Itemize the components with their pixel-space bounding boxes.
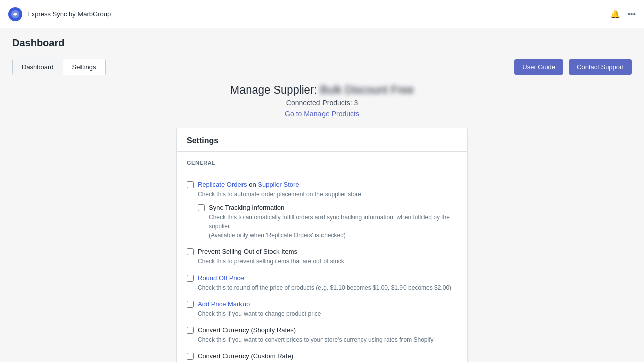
general-section-label: GENERAL xyxy=(187,160,457,166)
top-bar: Express Sync by MarbGroup 🔔 ••• xyxy=(0,0,644,28)
user-guide-button[interactable]: User Guide xyxy=(514,59,564,75)
convert-shopify-text: Convert Currency (Shopify Rates) xyxy=(198,326,296,334)
add-price-markup-desc: Check this if you want to change product… xyxy=(198,309,457,318)
more-options-icon[interactable]: ••• xyxy=(627,10,636,19)
replicate-orders-desc: Check this to automate order placement o… xyxy=(198,190,457,199)
tab-dashboard[interactable]: Dashboard xyxy=(13,59,63,75)
add-price-markup-checkbox[interactable] xyxy=(187,301,194,308)
convert-currency-shopify-checkbox[interactable] xyxy=(187,327,194,334)
main-content: Manage Supplier: Bulk Discount Free Conn… xyxy=(0,83,644,362)
convert-custom-text: Convert Currency (Custom Rate) xyxy=(198,352,293,360)
replicate-orders-text2: on xyxy=(249,180,258,188)
sync-tracking-label: Sync Tracking Information xyxy=(209,204,284,211)
setting-sync-tracking: Sync Tracking Information Check this to … xyxy=(198,204,457,240)
round-off-price-desc: Check this to round off the price of pro… xyxy=(198,283,457,292)
nav-tabs-area: Dashboard Settings User Guide Contact Su… xyxy=(0,54,644,83)
round-off-price-checkbox[interactable] xyxy=(187,275,194,282)
convert-currency-custom-label: Convert Currency (Custom Rate) xyxy=(198,352,293,360)
replicate-orders-text3: Supplier Store xyxy=(258,180,299,188)
round-off-price-text: Round Off Price xyxy=(198,274,244,282)
replicate-orders-checkbox[interactable] xyxy=(187,181,194,188)
tab-settings[interactable]: Settings xyxy=(63,59,105,75)
sync-tracking-desc: Check this to automatically fulfill orde… xyxy=(209,213,457,240)
page-title: Dashboard xyxy=(12,37,632,49)
replicate-orders-label: Replicate Orders on Supplier Store xyxy=(198,180,299,188)
app-logo xyxy=(8,7,22,21)
add-price-markup-text: Add Price Markup xyxy=(198,300,250,308)
setting-replicate-orders: Replicate Orders on Supplier Store Check… xyxy=(187,180,457,240)
page-title-area: Dashboard xyxy=(0,28,644,54)
replicate-orders-text1: Replicate Orders xyxy=(198,180,247,188)
sync-tracking-checkbox[interactable] xyxy=(198,204,205,211)
bell-icon[interactable]: 🔔 xyxy=(610,9,620,19)
app-title: Express Sync by MarbGroup xyxy=(27,10,111,18)
nav-buttons: User Guide Contact Support xyxy=(514,59,632,75)
settings-card: Settings GENERAL Replicate Orders on Sup… xyxy=(176,128,468,362)
sync-tracking-text: Sync Tracking Information xyxy=(209,204,284,211)
top-bar-icons: 🔔 ••• xyxy=(610,9,636,19)
prevent-selling-text: Prevent Selling Out of Stock Items xyxy=(198,248,297,255)
supplier-name: Bulk Discount Free xyxy=(320,83,414,96)
settings-card-body: GENERAL Replicate Orders on Supplier Sto… xyxy=(177,152,467,362)
manage-products-link[interactable]: Go to Manage Products xyxy=(285,110,359,118)
convert-currency-shopify-label: Convert Currency (Shopify Rates) xyxy=(198,326,296,334)
round-off-price-label: Round Off Price xyxy=(198,274,244,282)
setting-convert-currency-custom: Convert Currency (Custom Rate) Check thi… xyxy=(187,352,457,362)
manage-supplier-prefix: Manage Supplier: xyxy=(230,83,317,96)
setting-convert-currency-shopify: Convert Currency (Shopify Rates) Check t… xyxy=(187,326,457,344)
convert-currency-shopify-desc: Check this if you want to convert prices… xyxy=(198,335,457,344)
contact-support-button[interactable]: Contact Support xyxy=(569,59,632,75)
setting-prevent-selling: Prevent Selling Out of Stock Items Check… xyxy=(187,248,457,266)
setting-add-price-markup: Add Price Markup Check this if you want … xyxy=(187,300,457,318)
convert-currency-custom-checkbox[interactable] xyxy=(187,353,194,360)
section-divider xyxy=(187,173,457,173)
prevent-selling-desc: Check this to prevent selling items that… xyxy=(198,257,457,266)
connected-products-label: Connected Products: 3 xyxy=(286,99,358,107)
setting-round-off-price: Round Off Price Check this to round off … xyxy=(187,274,457,292)
prevent-selling-label: Prevent Selling Out of Stock Items xyxy=(198,248,297,255)
add-price-markup-label: Add Price Markup xyxy=(198,300,250,308)
prevent-selling-checkbox[interactable] xyxy=(187,248,194,255)
supplier-heading-area: Manage Supplier: Bulk Discount Free xyxy=(230,83,414,97)
nav-tabs: Dashboard Settings xyxy=(12,59,106,75)
supplier-heading: Manage Supplier: Bulk Discount Free xyxy=(230,83,414,96)
settings-card-header: Settings xyxy=(177,128,467,152)
